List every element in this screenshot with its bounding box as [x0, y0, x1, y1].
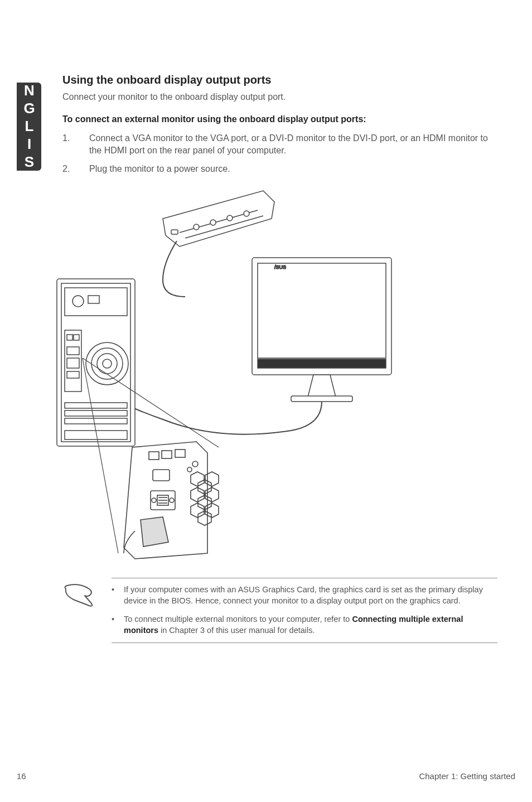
note-icon	[62, 578, 96, 643]
svg-point-4	[210, 220, 216, 225]
svg-point-16	[72, 296, 84, 307]
svg-rect-36	[175, 450, 185, 457]
svg-rect-37	[153, 470, 170, 481]
note-item: • If your computer comes with an ASUS Gr…	[112, 584, 497, 607]
svg-rect-17	[88, 296, 99, 303]
svg-rect-25	[67, 347, 79, 355]
connection-diagram: /SUS	[51, 185, 397, 564]
bullet-icon: •	[112, 613, 124, 636]
note-block: • If your computer comes with an ASUS Gr…	[62, 578, 497, 643]
svg-rect-26	[67, 358, 79, 368]
step-item: 1. Connect a VGA monitor to the VGA port…	[62, 132, 497, 157]
step-number: 2.	[62, 163, 89, 175]
note-text: If your computer comes with an ASUS Grap…	[124, 585, 483, 605]
svg-rect-28	[65, 403, 127, 408]
page-footer: 16 Chapter 1: Getting started	[17, 771, 515, 781]
bullet-icon: •	[112, 584, 124, 607]
svg-point-39	[152, 498, 156, 503]
step-item: 2. Plug the monitor to a power source.	[62, 163, 497, 175]
section-heading: Using the onboard display output ports	[62, 74, 497, 86]
svg-rect-7	[171, 230, 178, 234]
svg-rect-9	[258, 263, 386, 358]
svg-marker-0	[163, 191, 274, 247]
svg-text:/SUS: /SUS	[274, 264, 286, 270]
svg-rect-35	[162, 451, 172, 458]
svg-point-3	[194, 224, 199, 230]
svg-rect-34	[149, 452, 159, 460]
step-text: Connect a VGA monitor to the VGA port, o…	[89, 132, 497, 157]
svg-point-6	[244, 211, 249, 216]
step-text: Plug the monitor to a power source.	[89, 163, 497, 175]
svg-rect-12	[291, 396, 352, 402]
procedure-heading: To connect an external monitor using the…	[62, 114, 497, 124]
svg-rect-10	[258, 359, 386, 368]
svg-point-40	[170, 498, 174, 503]
svg-rect-24	[74, 335, 79, 340]
intro-text: Connect your monitor to the onboard disp…	[62, 92, 497, 102]
svg-point-5	[227, 215, 233, 221]
chapter-label: Chapter 1: Getting started	[419, 771, 515, 781]
svg-rect-29	[65, 410, 127, 416]
note-text-post: in Chapter 3 of this user manual for det…	[158, 626, 315, 635]
step-list: 1. Connect a VGA monitor to the VGA port…	[62, 132, 497, 175]
note-text-pre: To connect multiple external monitors to…	[124, 615, 352, 624]
note-item: • To connect multiple external monitors …	[112, 613, 497, 636]
page-number: 16	[17, 771, 26, 781]
note-body: • If your computer comes with an ASUS Gr…	[112, 578, 497, 643]
step-number: 1.	[62, 132, 89, 157]
svg-rect-23	[67, 335, 72, 340]
svg-rect-30	[65, 418, 127, 424]
page-content: Using the onboard display output ports C…	[62, 74, 497, 643]
language-tab: ENGLISH	[17, 83, 41, 171]
svg-rect-27	[67, 371, 79, 378]
